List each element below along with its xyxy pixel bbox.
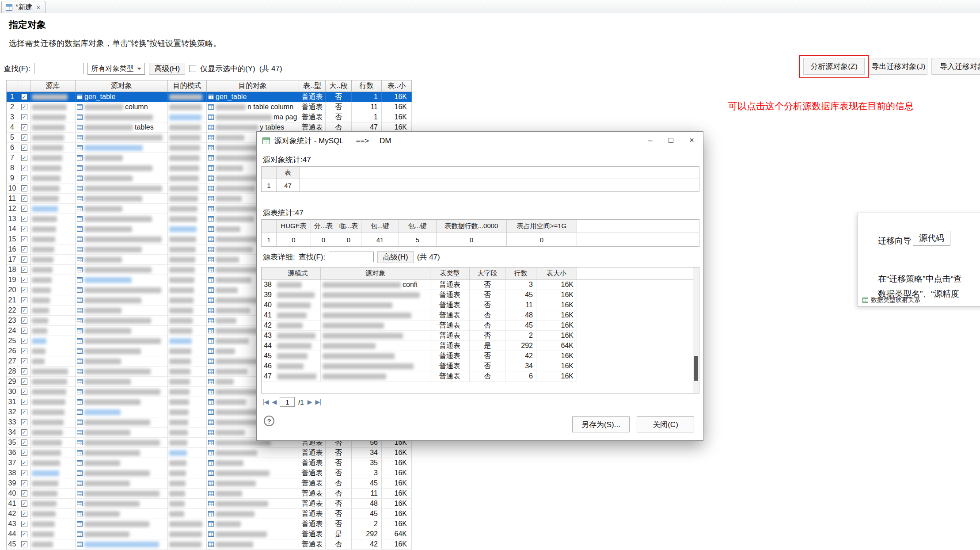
help-button[interactable]: ? (264, 416, 274, 426)
row-checkbox[interactable] (21, 155, 27, 161)
row-checkbox[interactable] (21, 500, 27, 507)
table-row[interactable]: 3ma page普通表否116K (7, 112, 412, 122)
column-header[interactable]: 分...表 (311, 220, 336, 233)
row-checkbox[interactable] (21, 490, 27, 497)
row-checkbox[interactable] (21, 541, 27, 547)
table-row[interactable]: 47普通表否616K (262, 371, 699, 382)
row-checkbox[interactable] (21, 165, 27, 171)
row-checkbox[interactable] (21, 521, 27, 527)
table-row[interactable]: 43普通表否216K (7, 519, 412, 529)
row-checkbox[interactable] (21, 429, 27, 435)
row-checkbox[interactable] (21, 368, 27, 374)
table-row[interactable]: 42普通表否4516K (7, 509, 412, 519)
close-icon[interactable]: × (681, 133, 702, 148)
next-page-button[interactable]: ▶ (308, 398, 312, 405)
column-header[interactable]: 包...键 (361, 220, 399, 233)
column-header[interactable]: 表 (277, 167, 300, 179)
column-header[interactable]: 表数据行数...0000 (437, 220, 507, 233)
column-header[interactable] (18, 80, 30, 92)
row-checkbox[interactable] (21, 409, 27, 415)
table-row[interactable]: 2columnn table column普通表否1116K (7, 102, 412, 112)
table-row[interactable]: 45普通表否4216K (262, 351, 699, 361)
row-checkbox[interactable] (21, 256, 27, 263)
row-checkbox[interactable] (21, 317, 27, 324)
row-checkbox[interactable] (21, 114, 27, 120)
row-checkbox[interactable] (21, 206, 27, 212)
column-header[interactable]: 包...键 (399, 220, 437, 233)
row-checkbox[interactable] (21, 134, 27, 141)
page-number-input[interactable]: 1 (280, 397, 295, 407)
minimize-button[interactable]: – (640, 133, 661, 148)
row-checkbox[interactable] (21, 175, 27, 181)
column-header[interactable]: 表..型 (299, 80, 326, 92)
object-type-select[interactable]: 所有对象类型 (87, 63, 145, 75)
table-row[interactable]: 41普通表否4816K (262, 310, 699, 321)
row-checkbox[interactable] (21, 399, 27, 405)
row-checkbox[interactable] (21, 450, 27, 456)
row-checkbox[interactable] (21, 338, 27, 344)
table-row[interactable]: 39普通表否4516K (262, 290, 699, 300)
column-header[interactable]: 目的模式 (168, 80, 207, 92)
column-header[interactable] (7, 80, 18, 92)
row-checkbox[interactable] (21, 348, 27, 354)
data-row[interactable]: 100041500 (262, 233, 699, 246)
row-checkbox[interactable] (21, 307, 27, 313)
table-row[interactable]: 41普通表否4816K (7, 499, 412, 509)
table-row[interactable]: 43普通表否216K (262, 331, 699, 341)
save-as-button[interactable]: 另存为(S)... (572, 416, 630, 432)
table-row[interactable]: 44普通表是29264K (262, 341, 699, 351)
prev-page-button[interactable]: ◀ (272, 398, 276, 405)
dialog-close-button[interactable]: 关闭(C) (637, 416, 694, 432)
column-header[interactable]: 源对象 (321, 267, 430, 280)
row-checkbox[interactable] (21, 439, 27, 446)
column-header[interactable]: 表..小 (382, 80, 412, 92)
data-row[interactable]: 147 (262, 179, 699, 191)
column-header[interactable]: 临...表 (336, 220, 361, 233)
table-row[interactable]: 38confi普通表否316K (262, 280, 699, 290)
row-checkbox[interactable] (21, 460, 27, 466)
row-checkbox[interactable] (21, 328, 27, 334)
row-checkbox[interactable] (21, 297, 27, 303)
row-checkbox[interactable] (21, 94, 27, 100)
show-selected-checkbox[interactable] (189, 65, 196, 72)
column-header[interactable]: 表占用空间>=1G (507, 220, 577, 233)
column-header[interactable]: 行数 (505, 267, 536, 280)
row-checkbox[interactable] (21, 185, 27, 191)
column-header[interactable]: 大字段 (470, 267, 505, 280)
row-checkbox[interactable] (21, 124, 27, 130)
table-row[interactable]: 40普通表否1116K (7, 489, 412, 499)
tab-close-icon[interactable]: × (35, 4, 41, 11)
maximize-button[interactable]: □ (661, 133, 681, 148)
row-checkbox[interactable] (21, 145, 27, 151)
row-checkbox[interactable] (21, 480, 27, 486)
column-header[interactable]: 目的对象 (207, 80, 299, 92)
type-mapping-link[interactable]: 数据类型映射关系 (862, 296, 920, 304)
export-objects-button[interactable]: 导出迁移对象(J) (870, 58, 927, 75)
row-checkbox[interactable] (21, 216, 27, 222)
row-checkbox[interactable] (21, 358, 27, 364)
dialog-title-bar[interactable]: 源对象统计 - MySQL ==> DM (257, 132, 703, 149)
row-checkbox[interactable] (21, 378, 27, 385)
column-header[interactable]: 源模式 (275, 267, 321, 280)
table-row[interactable]: 36普通表否3416K (7, 448, 412, 458)
find-input[interactable] (34, 63, 84, 74)
table-row[interactable]: 39普通表否4516K (7, 478, 412, 489)
column-header[interactable]: 源对象 (76, 80, 168, 92)
dialog-find-input[interactable] (329, 252, 374, 262)
scrollbar-thumb[interactable] (694, 356, 698, 381)
table-row[interactable]: 40普通表否1116K (262, 300, 699, 310)
tab-source-code[interactable]: 源代码 (913, 231, 950, 246)
row-checkbox[interactable] (21, 104, 27, 110)
table-row[interactable]: 1gen_tablegen_table普通表否116K (7, 92, 412, 102)
advanced-button[interactable]: 高级(H) (149, 63, 185, 75)
row-checkbox[interactable] (21, 511, 27, 517)
row-checkbox[interactable] (21, 277, 27, 283)
dialog-advanced-button[interactable]: 高级(H) (377, 251, 414, 263)
column-header[interactable]: 行数 (352, 80, 382, 92)
table-row[interactable]: 44普通表是29264K (7, 529, 412, 539)
editor-tab[interactable]: *新建 × (1, 1, 46, 13)
table-row[interactable]: 38普通表否316K (7, 468, 412, 478)
row-checkbox[interactable] (21, 195, 27, 202)
table-row[interactable]: 37普通表否3516K (7, 458, 412, 468)
table-row[interactable]: 46普通表否3416K (262, 361, 699, 371)
